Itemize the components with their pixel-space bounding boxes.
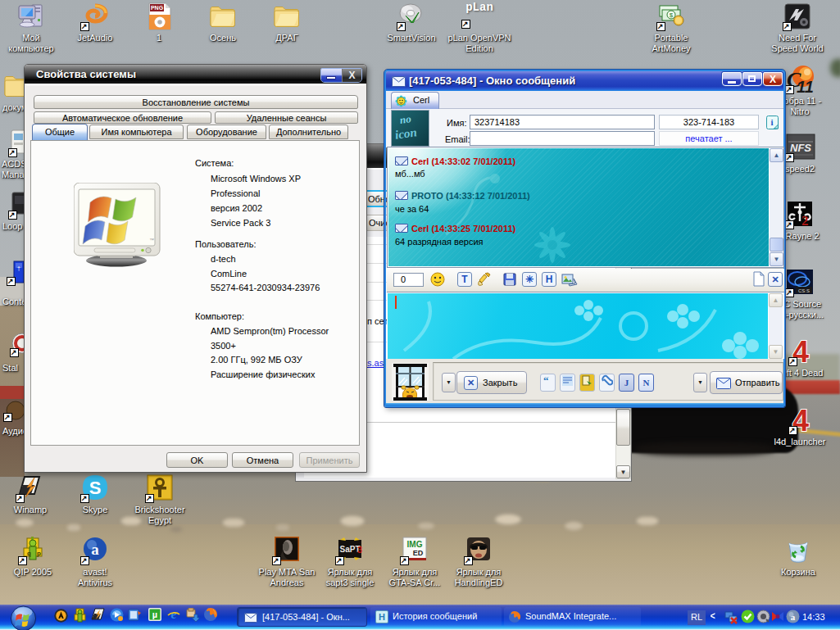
- svg-text:p: p: [37, 550, 41, 557]
- svg-text:11: 11: [797, 78, 814, 95]
- svg-text:CS:S: CS:S: [798, 288, 810, 293]
- svg-text:™: ™: [149, 238, 154, 242]
- svg-text:q: q: [27, 550, 31, 557]
- svg-text:i: i: [770, 117, 773, 127]
- svg-text:S: S: [89, 478, 102, 498]
- svg-text:“: “: [543, 375, 549, 386]
- svg-text:µ: µ: [152, 610, 157, 619]
- svg-text:$: $: [670, 11, 674, 19]
- svg-text:PNG: PNG: [151, 5, 164, 11]
- svg-text:†: †: [17, 265, 20, 271]
- svg-text:e: e: [170, 607, 176, 621]
- svg-text:3: 3: [357, 545, 362, 555]
- svg-text:2: 2: [801, 213, 809, 227]
- svg-text:ED: ED: [413, 549, 424, 557]
- svg-text:a: a: [91, 541, 99, 558]
- svg-text:IMG: IMG: [407, 540, 423, 549]
- svg-text:NFS: NFS: [790, 142, 811, 154]
- svg-text:a: a: [791, 612, 796, 622]
